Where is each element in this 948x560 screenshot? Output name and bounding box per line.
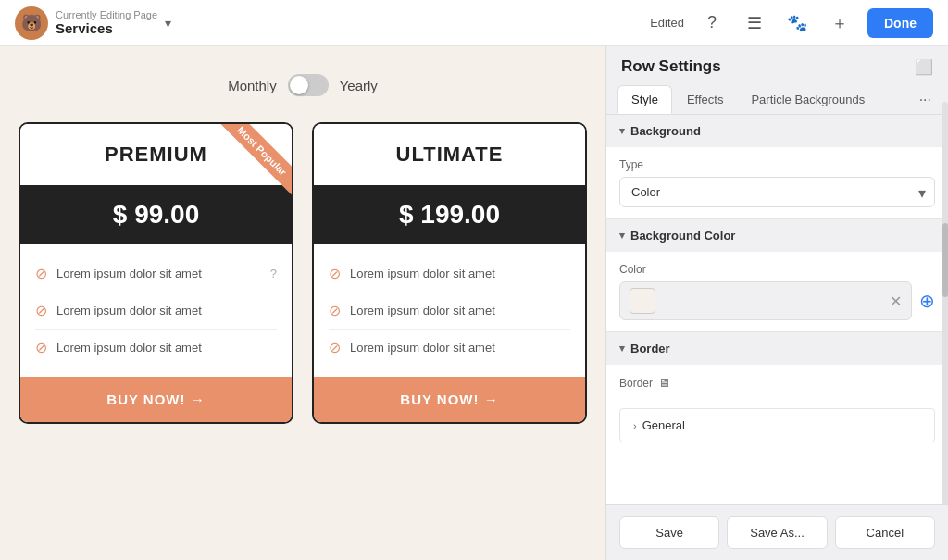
border-section-header[interactable]: ▾ Border [606, 331, 948, 365]
panel-minimize-button[interactable]: ⬜ [915, 58, 933, 76]
save-button[interactable]: Save [619, 516, 719, 549]
ultimate-card: ULTIMATE $ 199.00 ⊘ Lorem ipsum dolor si… [312, 122, 587, 424]
list-item: ⊘ Lorem ipsum dolor sit amet [329, 255, 570, 292]
premium-features: ⊘ Lorem ipsum dolor sit amet ? ⊘ Lorem i… [20, 244, 292, 377]
toggle-knob [290, 76, 308, 94]
general-chevron-icon: › [633, 420, 637, 431]
user-button[interactable]: 🐾 [782, 8, 812, 38]
feature-text: Lorem ipsum dolor sit amet [350, 304, 495, 317]
badge-text: Most Popular [216, 124, 292, 197]
scroll-track [942, 102, 948, 504]
check-icon: ⊘ [35, 339, 47, 356]
page-canvas: Monthly Yearly Most Popular PREMIUM $ 99… [0, 46, 605, 560]
panel-title: Row Settings [621, 57, 721, 76]
color-input-row: ✕ [619, 281, 912, 320]
editing-label: Currently Editing Page [56, 9, 157, 20]
done-button[interactable]: Done [867, 8, 933, 38]
general-row[interactable]: › General [619, 408, 935, 442]
cancel-button[interactable]: Cancel [835, 516, 935, 549]
check-icon: ⊘ [329, 302, 341, 319]
avatar: 🐻 [15, 6, 48, 40]
feature-text: Lorem ipsum dolor sit amet [56, 341, 202, 355]
main-content: Monthly Yearly Most Popular PREMIUM $ 99… [0, 46, 948, 560]
premium-cta-button[interactable]: BUY NOW! → [20, 377, 292, 422]
edited-badge: Edited [650, 16, 684, 30]
panel-header: Row Settings ⬜ [606, 46, 948, 76]
panel-body: ▾ Background Type Color Gradient Image V… [606, 115, 948, 504]
tab-particle-backgrounds[interactable]: Particle Backgrounds [738, 86, 878, 113]
color-add-button[interactable]: ⊕ [919, 290, 935, 312]
border-section-label: Border [630, 342, 670, 355]
background-color-section-header[interactable]: ▾ Background Color [606, 218, 948, 252]
type-select-wrapper: Color Gradient Image Video ▾ [619, 177, 935, 207]
save-as-button[interactable]: Save As... [727, 516, 827, 549]
type-select[interactable]: Color Gradient Image Video [619, 177, 935, 207]
pricing-cards-row: Most Popular PREMIUM $ 99.00 ⊘ Lorem ips… [19, 122, 587, 424]
color-swatch[interactable] [630, 288, 655, 314]
billing-toggle[interactable] [288, 74, 329, 96]
topbar: 🐻 Currently Editing Page Services ▾ Edit… [0, 0, 948, 46]
color-field-label: Color [619, 263, 935, 276]
panel-tabs: Style Effects Particle Backgrounds ··· [606, 76, 948, 115]
border-section-content: Border 🖥 [606, 365, 948, 408]
topbar-left: 🐻 Currently Editing Page Services ▾ [15, 6, 650, 40]
billing-toggle-row: Monthly Yearly [228, 74, 378, 96]
row-settings-panel: Row Settings ⬜ Style Effects Particle Ba… [605, 46, 948, 560]
check-icon: ⊘ [329, 339, 341, 356]
background-color-section-content: Color ✕ ⊕ [606, 252, 948, 331]
monitor-icon: 🖥 [658, 376, 670, 390]
list-item: ⊘ Lorem ipsum dolor sit amet [329, 330, 570, 366]
topbar-title-group: Currently Editing Page Services [56, 9, 157, 36]
feature-text: Lorem ipsum dolor sit amet [350, 341, 495, 355]
help-button[interactable]: ? [697, 8, 727, 38]
chevron-down-icon: ▾ [619, 230, 625, 242]
general-label: General [642, 418, 685, 432]
panel-footer: Save Save As... Cancel [606, 504, 948, 560]
feature-text: Lorem ipsum dolor sit amet [350, 267, 495, 280]
border-field-row: Border 🖥 [619, 376, 935, 390]
feature-text: Lorem ipsum dolor sit amet [56, 267, 202, 280]
check-icon: ⊘ [35, 265, 47, 282]
color-clear-button[interactable]: ✕ [890, 292, 902, 310]
menu-button[interactable]: ☰ [740, 8, 769, 38]
topbar-right: Edited ? ☰ 🐾 ＋ Done [650, 8, 933, 38]
list-item: ⊘ Lorem ipsum dolor sit amet [329, 292, 570, 330]
type-field-label: Type [619, 158, 935, 171]
monthly-label: Monthly [228, 78, 277, 93]
ultimate-features: ⊘ Lorem ipsum dolor sit amet ⊘ Lorem ips… [314, 244, 585, 377]
background-color-section-label: Background Color [630, 229, 735, 243]
background-section-header[interactable]: ▾ Background [606, 115, 948, 147]
page-name: Services [56, 20, 157, 36]
ultimate-cta-button[interactable]: BUY NOW! → [314, 377, 585, 422]
tab-style[interactable]: Style [617, 85, 672, 114]
info-icon: ? [270, 267, 277, 280]
chevron-down-icon: ▾ [619, 342, 625, 355]
chevron-down-icon: ▾ [619, 125, 625, 137]
feature-text: Lorem ipsum dolor sit amet [56, 304, 202, 317]
premium-card: Most Popular PREMIUM $ 99.00 ⊘ Lorem ips… [19, 122, 293, 424]
scroll-thumb[interactable] [942, 223, 948, 297]
most-popular-badge: Most Popular [208, 124, 292, 207]
chevron-down-icon[interactable]: ▾ [165, 16, 171, 31]
list-item: ⊘ Lorem ipsum dolor sit amet [35, 292, 277, 330]
list-item: ⊘ Lorem ipsum dolor sit amet ? [35, 255, 277, 292]
ultimate-price: $ 199.00 [314, 185, 585, 244]
yearly-label: Yearly [340, 78, 378, 93]
tab-more-button[interactable]: ··· [914, 92, 937, 108]
list-item: ⊘ Lorem ipsum dolor sit amet [35, 330, 277, 366]
background-section-label: Background [630, 124, 701, 138]
add-button[interactable]: ＋ [825, 8, 854, 38]
tab-effects[interactable]: Effects [674, 86, 737, 113]
border-field-label: Border [619, 377, 653, 390]
check-icon: ⊘ [329, 265, 341, 282]
check-icon: ⊘ [35, 302, 47, 319]
background-section-content: Type Color Gradient Image Video ▾ [606, 147, 948, 218]
ultimate-title: ULTIMATE [314, 124, 585, 185]
